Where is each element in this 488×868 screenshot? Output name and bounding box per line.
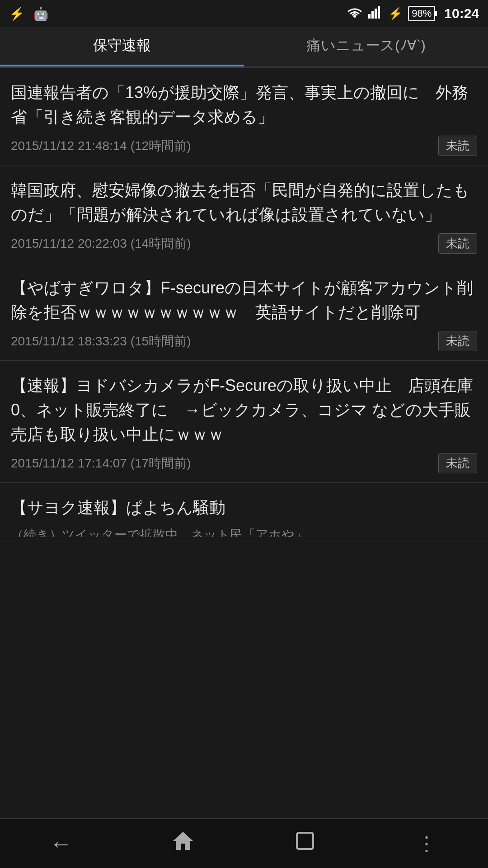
news-meta-4: 2015/11/12 17:14:07 (17時間前) 未読 xyxy=(11,453,477,473)
news-item-1[interactable]: 国連報告者の「13%が援助交際」発言、事実上の撤回に 外務省「引き続き客観的デー… xyxy=(0,68,488,165)
back-button[interactable]: ← xyxy=(34,826,88,862)
news-title-3: 【やばすぎワロタ】F-secureの日本サイトが顧客アカウント削除を拒否ｗｗｗｗ… xyxy=(11,276,477,325)
news-item-5-partial[interactable]: 【サヨク速報】ぱよちん騒動 （続き）ツイッターで拡散中 ネット民「アホや」 xyxy=(0,483,488,537)
clock: 10:24 xyxy=(444,6,479,21)
svg-rect-5 xyxy=(297,833,313,849)
svg-point-0 xyxy=(353,15,356,18)
news-meta-2: 2015/11/12 20:22:03 (14時間前) 未読 xyxy=(11,233,477,254)
news-date-3: 2015/11/12 18:33:23 (15時間前) xyxy=(11,333,191,350)
unread-badge-1: 未読 xyxy=(438,136,477,156)
status-bar: ⚡ 🤖 ⚡ 98% 10:24 xyxy=(0,0,488,27)
home-button[interactable] xyxy=(156,826,210,862)
tab-itai[interactable]: 痛いニュース(ﾉ∀`) xyxy=(244,27,488,66)
news-meta-1: 2015/11/12 21:48:14 (12時間前) 未読 xyxy=(11,136,477,156)
unread-badge-2: 未読 xyxy=(438,233,477,254)
news-meta-3: 2015/11/12 18:33:23 (15時間前) 未読 xyxy=(11,331,477,351)
news-partial-hint: （続き）ツイッターで拡散中 ネット民「アホや」 xyxy=(11,528,307,537)
charging-icon: ⚡ xyxy=(388,7,403,21)
tab-hoshu[interactable]: 保守速報 xyxy=(0,27,244,66)
news-date-4: 2015/11/12 17:14:07 (17時間前) xyxy=(11,455,191,472)
wifi-icon xyxy=(347,6,363,22)
svg-rect-2 xyxy=(371,11,374,19)
recents-icon xyxy=(294,830,316,857)
home-icon xyxy=(171,829,195,858)
tab-itai-label: 痛いニュース(ﾉ∀`) xyxy=(306,36,426,56)
news-title-5: 【サヨク速報】ぱよちん騒動 xyxy=(11,495,477,520)
unread-badge-3: 未読 xyxy=(438,331,477,351)
news-list: 国連報告者の「13%が援助交際」発言、事実上の撤回に 外務省「引き続き客観的デー… xyxy=(0,68,488,537)
news-item-2[interactable]: 韓国政府、慰安婦像の撤去を拒否「民間が自発的に設置したものだ」「問題が解決されて… xyxy=(0,165,488,263)
tab-bar: 保守速報 痛いニュース(ﾉ∀`) xyxy=(0,27,488,68)
unread-badge-4: 未読 xyxy=(438,453,477,473)
news-content-area: 国連報告者の「13%が援助交際」発言、事実上の撤回に 外務省「引き続き客観的デー… xyxy=(0,68,488,587)
svg-rect-1 xyxy=(368,14,371,19)
news-title-4: 【速報】ヨドバシカメラがF-Secureの取り扱い中止 店頭在庫0、ネット販売終… xyxy=(11,373,477,447)
svg-rect-4 xyxy=(378,6,380,19)
svg-rect-3 xyxy=(375,9,377,19)
bottom-nav: ← ⋮ xyxy=(0,818,488,868)
tab-hoshu-label: 保守速報 xyxy=(93,36,151,56)
news-date-1: 2015/11/12 21:48:14 (12時間前) xyxy=(11,137,191,155)
more-icon: ⋮ xyxy=(417,832,437,855)
android-icon: 🤖 xyxy=(33,6,49,21)
news-title-1: 国連報告者の「13%が援助交際」発言、事実上の撤回に 外務省「引き続き客観的デー… xyxy=(11,80,477,129)
news-date-2: 2015/11/12 20:22:03 (14時間前) xyxy=(11,235,191,252)
status-right-icons: ⚡ 98% 10:24 xyxy=(347,6,479,22)
recents-button[interactable] xyxy=(278,826,332,862)
signal-icon xyxy=(368,6,383,22)
news-title-2: 韓国政府、慰安婦像の撤去を拒否「民間が自発的に設置したものだ」「問題が解決されて… xyxy=(11,178,477,227)
battery-indicator: 98% xyxy=(408,6,435,21)
usb-icon: ⚡ xyxy=(9,6,25,21)
back-icon: ← xyxy=(50,830,72,857)
menu-button[interactable]: ⋮ xyxy=(400,826,454,862)
news-item-4[interactable]: 【速報】ヨドバシカメラがF-Secureの取り扱い中止 店頭在庫0、ネット販売終… xyxy=(0,361,488,483)
news-item-3[interactable]: 【やばすぎワロタ】F-secureの日本サイトが顧客アカウント削除を拒否ｗｗｗｗ… xyxy=(0,263,488,361)
status-left-icons: ⚡ 🤖 xyxy=(9,6,49,21)
